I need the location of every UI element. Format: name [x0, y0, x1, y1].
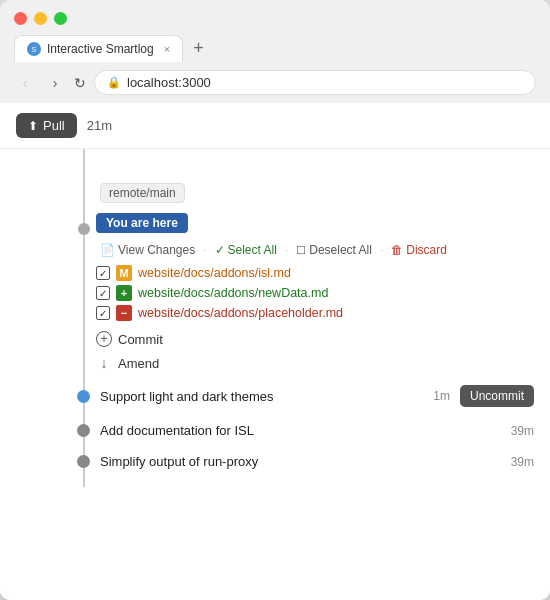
active-tab[interactable]: S Interactive Smartlog × — [14, 35, 183, 62]
tab-title: Interactive Smartlog — [47, 42, 154, 56]
minimize-button[interactable] — [34, 12, 47, 25]
select-all-button[interactable]: ✓ Select All — [211, 241, 281, 259]
reload-button[interactable]: ↻ — [74, 75, 86, 91]
file-checkbox-1[interactable] — [96, 286, 110, 300]
pull-time: 21m — [87, 118, 112, 133]
commit-time-0: 1m — [433, 389, 450, 403]
commit-row-0: Support light and dark themes 1m Uncommi… — [0, 377, 550, 415]
action-bar: 📄 View Changes · ✓ Select All · ☐ Desele… — [96, 241, 534, 259]
commit-dot-2 — [77, 455, 90, 468]
you-are-here-dot — [78, 223, 90, 235]
commit-time-2: 39m — [511, 455, 534, 469]
pull-icon: ⬆ — [28, 119, 38, 133]
discard-button[interactable]: 🗑 Discard — [387, 241, 451, 259]
commit-button[interactable]: + Commit — [96, 329, 534, 349]
commit-label-1: Add documentation for ISL — [100, 423, 501, 438]
amend-button[interactable]: ↓ Amend — [96, 353, 534, 373]
back-button[interactable]: ‹ — [14, 72, 36, 94]
view-changes-button[interactable]: 📄 View Changes — [96, 241, 199, 259]
file-badge-modified: M — [116, 265, 132, 281]
forward-button[interactable]: › — [44, 72, 66, 94]
commit-dot-0 — [77, 390, 90, 403]
file-row: − website/docs/addons/placeholder.md — [96, 305, 534, 321]
commit-label: Commit — [118, 332, 163, 347]
commit-row-2: Simplify output of run-proxy 39m — [0, 446, 550, 477]
tab-bar: S Interactive Smartlog × + — [14, 35, 536, 62]
deselect-icon: ☐ — [296, 244, 306, 257]
file-name-0: website/docs/addons/isl.md — [138, 266, 291, 280]
fullscreen-button[interactable] — [54, 12, 67, 25]
smartlog: remote/main You are here 📄 View Changes … — [0, 149, 550, 487]
file-row: M website/docs/addons/isl.md — [96, 265, 534, 281]
lock-icon: 🔒 — [107, 76, 121, 89]
amend-label: Amend — [118, 356, 159, 371]
remote-tag-row: remote/main — [0, 177, 550, 209]
file-badge-added: + — [116, 285, 132, 301]
close-button[interactable] — [14, 12, 27, 25]
url-text: localhost:3000 — [127, 75, 211, 90]
commit-label-0: Support light and dark themes — [100, 389, 423, 404]
commit-plus-icon: + — [96, 331, 112, 347]
toolbar: ⬆ Pull 21m — [0, 103, 550, 149]
remote-tag: remote/main — [100, 183, 185, 203]
document-icon: 📄 — [100, 243, 115, 257]
you-are-here-section: You are here 📄 View Changes · ✓ Select A… — [0, 209, 550, 377]
trash-icon: 🗑 — [391, 243, 403, 257]
amend-arrow-icon: ↓ — [96, 355, 112, 371]
file-list: M website/docs/addons/isl.md + website/d… — [96, 265, 534, 321]
new-tab-button[interactable]: + — [189, 38, 208, 59]
file-name-2: website/docs/addons/placeholder.md — [138, 306, 343, 320]
address-bar: ‹ › ↻ 🔒 localhost:3000 — [0, 62, 550, 103]
content-area: ⬆ Pull 21m remote/main You are here — [0, 103, 550, 600]
commit-row-1: Add documentation for ISL 39m — [0, 415, 550, 446]
commit-label-2: Simplify output of run-proxy — [100, 454, 501, 469]
file-row: + website/docs/addons/newData.md — [96, 285, 534, 301]
file-name-1: website/docs/addons/newData.md — [138, 286, 328, 300]
checkmark-icon: ✓ — [215, 243, 225, 257]
you-are-here-badge: You are here — [96, 213, 188, 233]
file-badge-removed: − — [116, 305, 132, 321]
title-bar: S Interactive Smartlog × + — [0, 0, 550, 62]
pull-button[interactable]: ⬆ Pull — [16, 113, 77, 138]
file-checkbox-0[interactable] — [96, 266, 110, 280]
commit-time-1: 39m — [511, 424, 534, 438]
pull-label: Pull — [43, 118, 65, 133]
file-checkbox-2[interactable] — [96, 306, 110, 320]
tab-close-icon[interactable]: × — [164, 43, 170, 55]
deselect-all-button[interactable]: ☐ Deselect All — [292, 241, 376, 259]
commit-dot-1 — [77, 424, 90, 437]
commit-actions: + Commit ↓ Amend — [96, 329, 534, 373]
browser-window: S Interactive Smartlog × + ‹ › ↻ 🔒 local… — [0, 0, 550, 600]
traffic-lights — [14, 12, 536, 25]
tab-favicon: S — [27, 42, 41, 56]
url-bar[interactable]: 🔒 localhost:3000 — [94, 70, 536, 95]
uncommit-button-0[interactable]: Uncommit — [460, 385, 534, 407]
